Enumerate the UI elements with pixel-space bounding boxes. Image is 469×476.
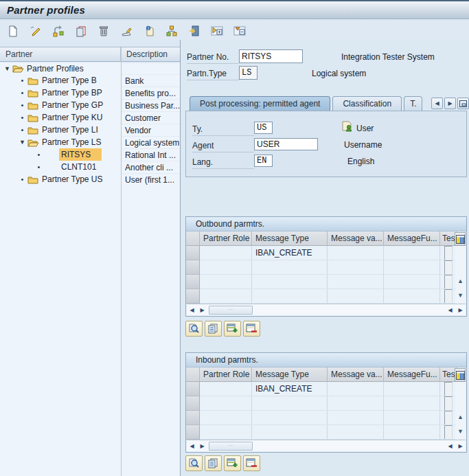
tree-row[interactable]: ▼Partner Profiles	[0, 62, 180, 74]
message-variant-cell[interactable]	[328, 382, 384, 396]
language-input[interactable]	[254, 155, 273, 167]
scroll-left-icon[interactable]: ◀	[445, 305, 455, 315]
partner-role-cell[interactable]	[200, 396, 252, 411]
scroll-right-icon[interactable]: ▶	[197, 441, 207, 451]
col-message-type[interactable]: Message Type	[252, 367, 328, 382]
message-type-cell[interactable]: IBAN_CREATE	[252, 382, 328, 396]
partner-role-cell[interactable]	[200, 411, 252, 425]
tab-post-processing[interactable]: Post processing: permitted agent	[190, 96, 330, 111]
message-type-cell[interactable]	[252, 396, 328, 411]
tree-item-label-selected[interactable]: RITSYS	[59, 148, 102, 161]
partner-role-cell[interactable]	[200, 275, 252, 289]
partner-no-input[interactable]	[239, 49, 303, 63]
delete-row-icon[interactable]	[243, 455, 260, 471]
tab-telephony-truncated[interactable]: T.	[404, 96, 422, 111]
message-function-cell[interactable]	[384, 382, 440, 396]
col-message-variant[interactable]: Message va...	[328, 367, 384, 382]
partner-role-cell[interactable]	[200, 289, 252, 304]
expand-all-icon[interactable]	[209, 23, 225, 38]
row-selector[interactable]	[186, 396, 200, 411]
test-checkbox[interactable]	[444, 425, 453, 440]
hierarchy-icon[interactable]	[164, 23, 179, 38]
col-message-type[interactable]: Message Type	[252, 231, 328, 246]
tree-column-divider[interactable]	[121, 47, 122, 476]
tree-row[interactable]: •Partner Type GPBusiness Par...	[0, 99, 180, 111]
test-checkbox[interactable]	[444, 396, 453, 411]
col-partner-role[interactable]: Partner Role	[200, 367, 252, 382]
table-settings-icon[interactable]	[455, 232, 466, 246]
tree-row[interactable]: •Partner Type BBank	[0, 74, 180, 87]
expander-icon[interactable]: ▼	[17, 136, 27, 148]
col-partner-role[interactable]: Partner Role	[200, 231, 252, 246]
message-function-cell[interactable]	[384, 411, 440, 425]
tab-overview-icon[interactable]	[457, 98, 469, 109]
create-icon[interactable]	[5, 23, 21, 38]
change-icon[interactable]	[28, 23, 43, 38]
partner-role-cell[interactable]	[200, 382, 252, 396]
scroll-up-icon[interactable]: ▲	[456, 413, 465, 422]
row-selector[interactable]	[186, 246, 200, 260]
test-checkbox[interactable]	[444, 411, 453, 425]
tree-item-label[interactable]: Partner Type BP	[40, 87, 104, 99]
tree-item-label[interactable]: Partner Type LI	[40, 124, 100, 136]
scroll-down-icon[interactable]: ▼	[456, 291, 465, 300]
tree-row[interactable]: •CLNT101Another cli ...	[0, 161, 180, 173]
test-checkbox[interactable]	[444, 289, 453, 304]
tree-item-label[interactable]: Partner Type B	[40, 74, 99, 87]
hscroll-thumb[interactable]: ⋯	[209, 306, 253, 315]
tab-classification[interactable]: Classification	[332, 96, 402, 111]
tree-row[interactable]: •Partner Type USUser (first 1...	[0, 173, 180, 185]
scroll-right-icon[interactable]: ▶	[455, 441, 466, 451]
message-function-cell[interactable]	[384, 275, 440, 289]
tree-item-label[interactable]: Partner Type US	[40, 173, 105, 185]
expander-icon[interactable]: ▼	[2, 63, 12, 74]
document-edit-icon[interactable]	[119, 23, 134, 38]
delete-row-icon[interactable]	[243, 321, 260, 337]
test-checkbox[interactable]	[444, 246, 453, 260]
hscroll-thumb[interactable]: ⋯	[209, 442, 253, 451]
partner-role-cell[interactable]	[200, 425, 252, 440]
message-variant-cell[interactable]	[328, 275, 384, 289]
partner-role-cell[interactable]	[200, 260, 252, 275]
message-type-cell[interactable]: IBAN_CREATE	[252, 246, 328, 260]
tree-item-label[interactable]: CLNT101	[59, 161, 98, 173]
copy-rows-icon[interactable]	[205, 321, 222, 337]
tree-row[interactable]: •Partner Type KUCustomer	[0, 111, 180, 124]
delete-icon[interactable]	[96, 23, 111, 38]
tree-item-label[interactable]: Partner Type GP	[40, 99, 105, 111]
copy-rows-icon[interactable]	[205, 455, 222, 471]
tab-scroll-right-icon[interactable]: ▶	[444, 98, 456, 109]
message-type-cell[interactable]	[252, 289, 328, 304]
message-type-cell[interactable]	[252, 275, 328, 289]
row-selector[interactable]	[186, 260, 200, 275]
message-variant-cell[interactable]	[328, 411, 384, 425]
scroll-left-icon[interactable]: ◀	[445, 441, 455, 451]
scroll-up-icon[interactable]: ▲	[456, 277, 465, 286]
row-selector[interactable]	[186, 425, 200, 440]
col-message-function[interactable]: MessageFu...	[384, 367, 440, 382]
message-type-cell[interactable]	[252, 260, 328, 275]
selector-column-header[interactable]	[186, 367, 200, 382]
message-variant-cell[interactable]	[328, 396, 384, 411]
scroll-right-icon[interactable]: ▶	[455, 305, 466, 315]
copy-with-template-icon[interactable]	[51, 23, 66, 38]
tree-item-label[interactable]: Partner Type KU	[40, 111, 105, 124]
partner-role-cell[interactable]	[200, 246, 252, 260]
message-function-cell[interactable]	[384, 246, 440, 260]
message-function-cell[interactable]	[384, 425, 440, 440]
message-function-cell[interactable]	[384, 260, 440, 275]
col-message-function[interactable]: MessageFu...	[384, 231, 440, 246]
insert-row-icon[interactable]	[224, 321, 241, 337]
scroll-right-icon[interactable]: ▶	[197, 305, 207, 315]
details-icon[interactable]	[185, 321, 203, 337]
row-selector[interactable]	[186, 289, 200, 304]
message-variant-cell[interactable]	[328, 425, 384, 440]
message-type-cell[interactable]	[252, 425, 328, 440]
row-selector[interactable]	[186, 411, 200, 425]
tab-scroll-left-icon[interactable]: ◀	[431, 98, 443, 109]
col-message-variant[interactable]: Message va...	[328, 231, 384, 246]
message-variant-cell[interactable]	[328, 260, 384, 275]
selector-column-header[interactable]	[186, 231, 200, 246]
message-type-cell[interactable]	[252, 411, 328, 425]
test-checkbox[interactable]	[444, 260, 453, 275]
